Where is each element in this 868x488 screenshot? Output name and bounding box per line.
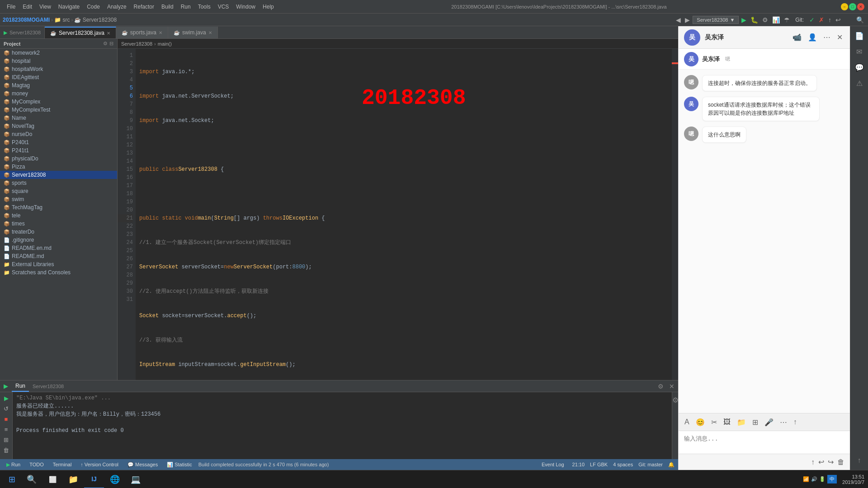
tree-item-ext-libs[interactable]: 📁 External Libraries bbox=[0, 260, 117, 268]
run-trash-icon[interactable]: 🗑 bbox=[2, 446, 10, 455]
tab-server182308[interactable]: ☕ Server182308.java ✕ bbox=[45, 27, 116, 38]
run-tab-run[interactable]: Run bbox=[12, 381, 29, 392]
run-icon[interactable]: ▶ bbox=[740, 15, 748, 24]
git-history-icon[interactable]: ↩ bbox=[834, 15, 842, 24]
search-icon[interactable]: 🔍 bbox=[855, 15, 865, 24]
chat-emoji-icon[interactable]: 😊 bbox=[693, 416, 707, 428]
chat-scissors-icon[interactable]: ✂ bbox=[709, 416, 719, 428]
tray-battery-icon[interactable]: 🔋 bbox=[819, 476, 826, 482]
chat-file-icon[interactable]: 📁 bbox=[735, 416, 748, 428]
chat-text-bold[interactable]: A bbox=[682, 416, 692, 428]
tree-item-magtag[interactable]: 📦 Magtag bbox=[0, 81, 117, 89]
tree-item-readme-en[interactable]: 📄 README.en.md bbox=[0, 244, 117, 252]
menu-code[interactable]: Code bbox=[84, 2, 103, 11]
taskbar-start-button[interactable]: ⊞ bbox=[2, 470, 22, 488]
tab-swim[interactable]: ☕ swim.java ✕ bbox=[168, 27, 218, 38]
run-settings-gear[interactable]: ⚙ bbox=[670, 394, 679, 406]
tray-network-icon[interactable]: 📶 bbox=[803, 476, 809, 482]
chat-grid-icon[interactable]: ⊞ bbox=[750, 416, 760, 428]
chat-video-icon[interactable]: 📹 bbox=[791, 31, 803, 43]
tree-item-p241t1[interactable]: 📦 P241t1 bbox=[0, 146, 117, 155]
chat-more-icon[interactable]: ⋯ bbox=[821, 31, 832, 43]
scroll-gutter[interactable] bbox=[672, 49, 678, 380]
taskbar-explorer[interactable]: 📁 bbox=[63, 470, 83, 488]
tree-item-readme[interactable]: 📄 README.md bbox=[0, 252, 117, 260]
menu-navigate[interactable]: Navigate bbox=[55, 2, 83, 11]
run-filter-icon[interactable]: ≡ bbox=[4, 425, 9, 434]
vc-btn[interactable]: ↑ Version Control bbox=[78, 462, 121, 467]
tree-item-ideagittext[interactable]: 📦 IDEAgittest bbox=[0, 73, 117, 81]
run-play-icon[interactable]: ▶ bbox=[3, 394, 9, 403]
tray-volume-icon[interactable]: 🔊 bbox=[811, 476, 817, 482]
tree-item-gitignore[interactable]: 📄 .gitignore bbox=[0, 236, 117, 244]
taskbar-clock[interactable]: 13:51 2019/10/7 bbox=[840, 474, 866, 485]
close-button[interactable]: ✕ bbox=[857, 3, 864, 10]
run-close-icon[interactable]: ✕ bbox=[669, 383, 675, 390]
chat-more2-icon[interactable]: ⋯ bbox=[778, 416, 789, 428]
tree-item-scratches[interactable]: 📁 Scratches and Consoles bbox=[0, 268, 117, 277]
tree-item-noveltag[interactable]: 📦 NovelTag bbox=[0, 122, 117, 130]
chat-close-icon[interactable]: ✕ bbox=[835, 31, 844, 43]
tree-item-hospitalwork[interactable]: 📦 hospitalWork bbox=[0, 65, 117, 73]
messages-btn[interactable]: 💬 Messages bbox=[125, 462, 160, 468]
run-expand-icon[interactable]: ⊞ bbox=[3, 436, 9, 444]
chat-up-icon[interactable]: ↑ bbox=[791, 416, 799, 428]
back-icon[interactable]: ◀ bbox=[675, 15, 682, 24]
menu-edit[interactable]: Edit bbox=[19, 2, 35, 11]
taskbar-search[interactable]: 🔍 bbox=[22, 470, 42, 488]
build-icon[interactable]: ⚙ bbox=[761, 15, 769, 24]
tree-item-nursedo[interactable]: 📦 nurseDo bbox=[0, 130, 117, 138]
chat-send-icon[interactable]: ↑ bbox=[811, 458, 815, 466]
statistic-btn[interactable]: 📊 Statistic bbox=[164, 462, 195, 468]
tree-item-swim[interactable]: 📦 swim bbox=[0, 195, 117, 203]
right-up-icon[interactable]: ↑ bbox=[856, 455, 863, 466]
tree-item-mycomplex[interactable]: 📦 MyComplex bbox=[0, 98, 117, 106]
code-text[interactable]: import java.io.*; import java.net.Server… bbox=[136, 49, 672, 380]
forward-icon[interactable]: ▶ bbox=[684, 15, 691, 24]
todo-btn[interactable]: TODO bbox=[27, 462, 47, 467]
profile-icon[interactable]: 📊 bbox=[771, 15, 781, 24]
run-status-btn[interactable]: ▶ Run bbox=[4, 462, 23, 468]
tree-item-physicalDo[interactable]: 📦 physicalDo bbox=[0, 155, 117, 163]
chat-input[interactable] bbox=[684, 435, 844, 448]
chat-mic-icon[interactable]: 🎤 bbox=[762, 416, 776, 428]
menu-bar[interactable]: File Edit View Navigate Code Analyze Ref… bbox=[4, 2, 277, 11]
chat-person-icon[interactable]: 👤 bbox=[806, 31, 819, 43]
minimize-button[interactable]: − bbox=[841, 3, 848, 10]
tab-run-panel[interactable]: ▶ Server182308 bbox=[0, 27, 45, 38]
menu-file[interactable]: File bbox=[4, 2, 19, 11]
menu-window[interactable]: Window bbox=[233, 2, 259, 11]
git-commit-icon[interactable]: ✗ bbox=[817, 15, 826, 24]
menu-refactor[interactable]: Refactor bbox=[131, 2, 157, 11]
right-new-doc-icon[interactable]: 📄 bbox=[853, 30, 866, 42]
notifications-icon[interactable]: 🔔 bbox=[668, 462, 675, 468]
tree-item-times[interactable]: 📦 times bbox=[0, 220, 117, 228]
taskbar-taskview[interactable]: ⬜ bbox=[42, 470, 62, 488]
tree-item-homework2[interactable]: 📦 homework2 bbox=[0, 49, 117, 57]
menu-view[interactable]: View bbox=[36, 2, 54, 11]
tree-item-name[interactable]: 📦 Name bbox=[0, 114, 117, 122]
tab-close-server[interactable]: ✕ bbox=[107, 31, 110, 36]
tree-item-techmagtag[interactable]: 📦 TechMagTag bbox=[0, 203, 117, 211]
tray-input-zh[interactable]: 中 bbox=[827, 475, 837, 483]
right-chat-icon[interactable]: 💬 bbox=[853, 61, 866, 74]
terminal-btn[interactable]: Terminal bbox=[50, 462, 75, 467]
menu-run[interactable]: Run bbox=[178, 2, 194, 11]
project-name[interactable]: 20182308MOGAMI bbox=[3, 17, 50, 23]
git-push-icon[interactable]: ↑ bbox=[827, 15, 833, 24]
chat-forward-icon[interactable]: ↪ bbox=[828, 458, 834, 466]
tab-close-swim[interactable]: ✕ bbox=[208, 30, 212, 35]
tree-item-tele[interactable]: 📦 tele bbox=[0, 211, 117, 220]
right-mail-icon[interactable]: ✉ bbox=[854, 46, 864, 58]
menu-vcs[interactable]: VCS bbox=[215, 2, 232, 11]
tree-item-mycomplextest[interactable]: 📦 MyComplexTest bbox=[0, 106, 117, 114]
taskbar-chrome[interactable]: 🌐 bbox=[105, 470, 125, 488]
branch-selector[interactable]: Server182308 ▼ bbox=[693, 16, 739, 24]
maximize-button[interactable]: □ bbox=[849, 3, 856, 10]
right-warning-icon[interactable]: ⚠ bbox=[854, 77, 864, 89]
menu-help[interactable]: Help bbox=[259, 2, 277, 11]
run-stop-icon[interactable]: ■ bbox=[4, 415, 9, 423]
taskbar-terminal[interactable]: 💻 bbox=[126, 470, 146, 488]
run-rerun-icon[interactable]: ↺ bbox=[3, 404, 9, 413]
chat-image-icon[interactable]: 🖼 bbox=[721, 416, 733, 428]
